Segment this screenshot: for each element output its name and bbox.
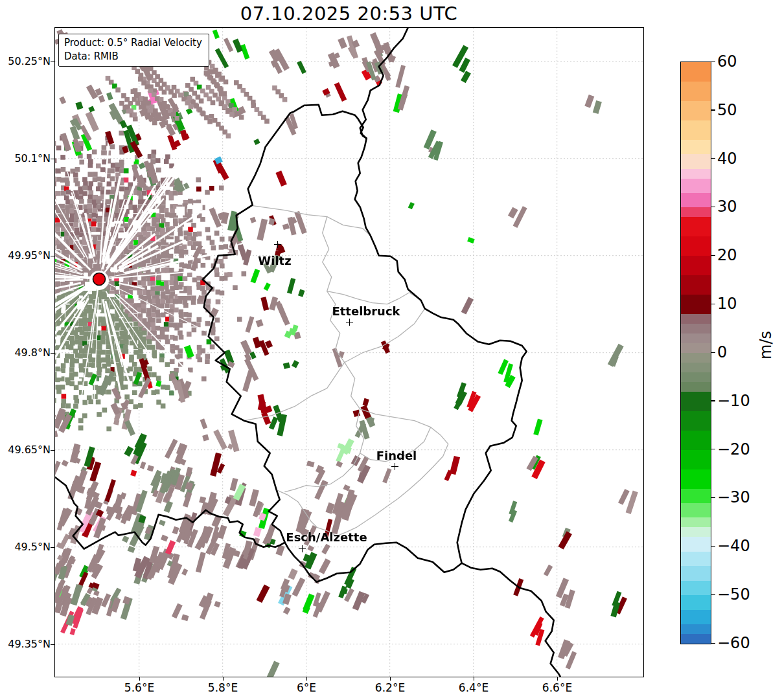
colorbar-tick — [711, 109, 715, 110]
colorbar-tick-label: 10 — [717, 294, 763, 313]
colorbar-tick-label: −60 — [717, 633, 763, 653]
city-label-esch-alzette: Esch/Alzette — [286, 530, 367, 544]
colorbar-tick-label: −10 — [717, 391, 763, 411]
x-axis-tick — [306, 677, 307, 681]
colorbar-tick-label: 30 — [717, 197, 763, 216]
radar-figure: 07.10.2025 20:53 UTC Product: 0.5° Radia… — [0, 0, 782, 700]
colorbar-tick — [711, 643, 715, 644]
data-source-label: Data: RMIB — [64, 50, 202, 63]
colorbar-tick — [711, 62, 715, 62]
colorbar-tick-label: −30 — [717, 488, 763, 507]
x-tick-label: 6°E — [277, 681, 336, 695]
y-tick-label: 49.8°N — [1, 346, 51, 359]
y-tick-label: 50.25°N — [1, 55, 51, 68]
x-tick-label: 6.4°E — [444, 681, 503, 695]
colorbar-tick-label: 40 — [717, 149, 763, 168]
colorbar-tick-label: −40 — [717, 536, 763, 556]
colorbar-tick — [711, 255, 715, 256]
y-tick-label: 49.95°N — [1, 249, 51, 262]
colorbar-tick — [711, 400, 715, 401]
map-plot-area: Product: 0.5° Radial Velocity Data: RMIB… — [54, 27, 644, 677]
x-axis-tick — [390, 677, 391, 681]
colorbar-tick — [711, 449, 715, 449]
colorbar-tick — [711, 546, 715, 547]
x-axis-tick — [223, 677, 224, 681]
y-axis-tick — [51, 159, 54, 159]
y-axis-tick — [51, 62, 54, 62]
city-marker-icon — [274, 241, 281, 248]
y-tick-label: 49.65°N — [1, 444, 51, 457]
x-tick-label: 6.2°E — [361, 681, 419, 695]
colorbar-tick-label: −50 — [717, 585, 763, 604]
city-label-ettelbruck: Ettelbruck — [332, 304, 400, 318]
colorbar-tick — [711, 207, 715, 207]
x-tick-label: 5.8°E — [194, 681, 252, 695]
city-marker-icon — [299, 545, 306, 552]
y-tick-label: 49.35°N — [1, 638, 51, 651]
y-axis-tick — [51, 353, 54, 354]
radar-map-canvas — [55, 28, 643, 677]
colorbar-tick — [711, 594, 715, 595]
colorbar-tick-label: 0 — [717, 343, 763, 362]
product-label: Product: 0.5° Radial Velocity — [64, 36, 202, 50]
y-axis-tick — [51, 547, 54, 548]
x-axis-tick — [557, 677, 558, 681]
x-tick-label: 6.6°E — [528, 681, 586, 695]
figure-title: 07.10.2025 20:53 UTC — [54, 3, 643, 25]
city-marker-icon — [346, 319, 353, 326]
y-tick-label: 49.5°N — [1, 541, 51, 554]
colorbar-tick-label: 50 — [717, 100, 763, 120]
y-axis-tick — [51, 450, 54, 451]
city-label-wiltz: Wiltz — [258, 254, 291, 267]
colorbar-tick — [711, 497, 715, 498]
y-tick-label: 50.1°N — [1, 152, 51, 165]
colorbar-tick — [711, 158, 715, 159]
x-axis-tick — [139, 677, 140, 681]
x-tick-label: 5.6°E — [110, 681, 168, 695]
y-axis-tick — [51, 256, 54, 256]
colorbar-tick-label: −20 — [717, 440, 763, 459]
city-label-findel: Findel — [376, 449, 417, 462]
colorbar-tick-label: 60 — [717, 52, 763, 71]
y-axis-tick — [51, 644, 54, 645]
colorbar-tick — [711, 304, 715, 304]
x-axis-tick — [474, 677, 474, 681]
velocity-colorbar — [680, 62, 711, 644]
colorbar-tick — [711, 352, 715, 353]
product-info-box: Product: 0.5° Radial Velocity Data: RMIB — [58, 34, 209, 67]
colorbar-tick-label: 20 — [717, 245, 763, 265]
city-marker-icon — [391, 463, 398, 470]
colorbar-unit-label: m/s — [757, 322, 776, 368]
